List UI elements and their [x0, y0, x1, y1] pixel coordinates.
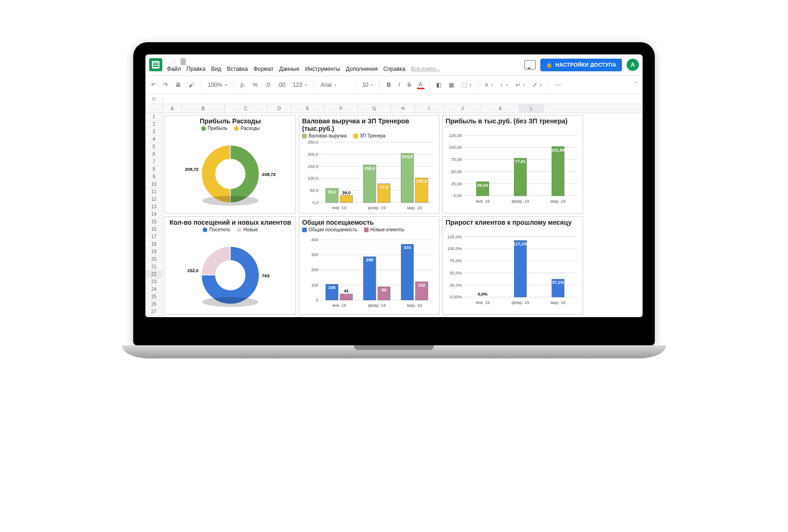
- legend-item: Посетило: [203, 227, 230, 232]
- dec-increase-button[interactable]: .00: [275, 81, 287, 89]
- svg-text:февр. 19: февр. 19: [368, 303, 386, 308]
- chart-card[interactable]: Прибыль РасходыПрибыльРасходы208,72208,7…: [165, 115, 296, 213]
- zoom-select[interactable]: 100%: [206, 81, 229, 89]
- strike-button[interactable]: S: [406, 81, 413, 89]
- svg-text:200: 200: [311, 267, 318, 272]
- bold-button[interactable]: B: [385, 81, 393, 89]
- svg-text:100: 100: [311, 283, 318, 288]
- row-header[interactable]: 3: [145, 128, 162, 136]
- share-button[interactable]: 🔒 НАСТРОЙКИ ДОСТУПА: [540, 59, 622, 71]
- currency-button[interactable]: р.: [239, 81, 247, 89]
- row-header[interactable]: 7: [145, 158, 162, 166]
- col-header[interactable]: C: [225, 104, 267, 113]
- print-icon[interactable]: 🖶: [174, 81, 183, 89]
- more-icon[interactable]: ⋯: [553, 81, 563, 89]
- row-header[interactable]: 20: [145, 256, 162, 263]
- col-header[interactable]: L: [520, 104, 544, 113]
- num-format-button[interactable]: 123: [291, 81, 309, 89]
- col-header[interactable]: F: [325, 104, 358, 113]
- rotate-icon[interactable]: ⤢: [530, 81, 544, 89]
- valign-icon[interactable]: ↕: [499, 81, 510, 89]
- row-header[interactable]: 25: [145, 293, 162, 301]
- font-size-select[interactable]: 10: [360, 81, 375, 89]
- col-header[interactable]: B: [182, 104, 225, 113]
- row-header[interactable]: 15: [145, 218, 162, 226]
- merge-icon[interactable]: ⬚: [460, 81, 473, 89]
- row-header[interactable]: 17: [145, 233, 162, 241]
- halign-icon[interactable]: ≡: [483, 81, 495, 89]
- folder-icon[interactable]: ▇: [181, 57, 186, 65]
- select-all-corner[interactable]: [145, 104, 163, 113]
- font-select[interactable]: Arial: [318, 81, 350, 89]
- chart-card[interactable]: Общая посещаемостьОбщая посещаемостьНовы…: [299, 216, 439, 315]
- svg-rect-20: [340, 196, 353, 203]
- col-header[interactable]: A: [163, 104, 182, 113]
- col-header[interactable]: E: [291, 104, 325, 113]
- italic-button[interactable]: I: [396, 81, 402, 89]
- row-header[interactable]: 8: [145, 166, 162, 173]
- row-header[interactable]: 27: [145, 308, 162, 316]
- col-header[interactable]: D: [267, 104, 291, 113]
- undo-icon[interactable]: ↶: [149, 81, 158, 89]
- row-header[interactable]: 23: [145, 278, 162, 286]
- row-header[interactable]: 13: [145, 203, 162, 211]
- star-icon[interactable]: ☆: [171, 57, 177, 65]
- col-header[interactable]: I: [415, 104, 444, 113]
- chart-card[interactable]: Валовая выручка и ЗП Тренеров (тыс.руб.)…: [299, 115, 439, 213]
- wrap-icon[interactable]: ↩: [514, 81, 527, 89]
- sheet-canvas[interactable]: Прибыль РасходыПрибыльРасходы208,72208,7…: [163, 113, 643, 317]
- svg-text:288: 288: [366, 258, 373, 262]
- chart-card[interactable]: Кол-во посещений и новых клиентовПосетил…: [165, 216, 296, 315]
- redo-icon[interactable]: ↷: [161, 81, 170, 89]
- menu-edit[interactable]: Правка: [187, 66, 206, 72]
- menu-format[interactable]: Формат: [253, 66, 273, 72]
- row-header[interactable]: 14: [145, 211, 162, 218]
- menu-insert[interactable]: Вставка: [227, 66, 248, 72]
- row-header[interactable]: 10: [145, 181, 162, 188]
- col-header[interactable]: K: [482, 104, 520, 113]
- menu-view[interactable]: Вид: [211, 66, 221, 72]
- row-header[interactable]: 1: [145, 113, 162, 121]
- menu-tools[interactable]: Инструменты: [305, 66, 340, 72]
- col-header[interactable]: J: [444, 104, 482, 113]
- paint-format-icon[interactable]: 🖌: [187, 81, 196, 89]
- col-header[interactable]: G: [358, 104, 391, 113]
- row-header[interactable]: 12: [145, 196, 162, 203]
- row-header[interactable]: 9: [145, 173, 162, 181]
- menu-help[interactable]: Справка: [383, 66, 405, 72]
- dec-decrease-button[interactable]: .0: [263, 81, 272, 89]
- menu-data[interactable]: Данные: [279, 66, 299, 72]
- row-header[interactable]: 26: [145, 301, 162, 308]
- borders-icon[interactable]: ▦: [447, 81, 456, 89]
- column-headers: ABCDEFGHIJKL: [145, 104, 643, 113]
- percent-button[interactable]: %: [251, 81, 260, 89]
- comments-icon[interactable]: [524, 60, 536, 69]
- fx-label: fx: [145, 96, 163, 102]
- all-changes-link[interactable]: Все измен...: [411, 66, 440, 72]
- svg-rect-75: [401, 244, 414, 300]
- row-header[interactable]: 24: [145, 286, 162, 293]
- row-header[interactable]: 16: [145, 226, 162, 233]
- menu-file[interactable]: Файл: [167, 66, 181, 72]
- row-header[interactable]: 5: [145, 143, 162, 151]
- toolbar-collapse-icon[interactable]: ˆ: [633, 81, 639, 89]
- row-header[interactable]: 22: [145, 271, 162, 278]
- row-header[interactable]: 2: [145, 121, 162, 128]
- col-header[interactable]: H: [391, 104, 415, 113]
- row-header[interactable]: 28: [145, 316, 162, 317]
- legend-item: Прибыль: [201, 126, 227, 131]
- chart-card[interactable]: Прибыль в тыс.руб. (без ЗП тренера)0,002…: [442, 115, 583, 213]
- text-color-button[interactable]: A: [417, 81, 424, 89]
- fill-color-icon[interactable]: ◧: [434, 81, 443, 89]
- row-header[interactable]: 11: [145, 188, 162, 196]
- chart-card[interactable]: Прирост клиентов к прошлому месяцу0,00%2…: [442, 216, 583, 315]
- row-header[interactable]: 21: [145, 263, 162, 271]
- row-header[interactable]: 19: [145, 248, 162, 256]
- row-header[interactable]: 18: [145, 241, 162, 248]
- legend-item: Валовая выручка: [302, 133, 347, 138]
- menu-addons[interactable]: Дополнения: [346, 66, 378, 72]
- avatar[interactable]: A: [627, 59, 639, 71]
- svg-text:89: 89: [382, 288, 386, 292]
- row-header[interactable]: 4: [145, 136, 162, 143]
- row-header[interactable]: 6: [145, 151, 162, 158]
